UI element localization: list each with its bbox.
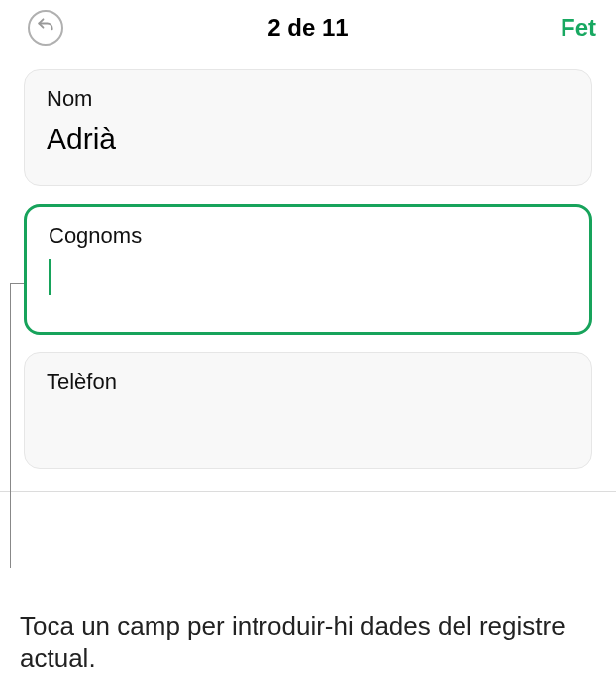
field-label: Nom bbox=[47, 86, 569, 112]
divider bbox=[0, 491, 616, 492]
field-value[interactable] bbox=[47, 405, 569, 441]
callout-tick bbox=[10, 283, 24, 284]
page-counter: 2 de 11 bbox=[267, 14, 348, 42]
undo-icon bbox=[36, 16, 55, 40]
callout-line bbox=[10, 283, 11, 568]
field-telefon[interactable]: Telèfon bbox=[24, 352, 592, 469]
text-cursor bbox=[49, 259, 51, 295]
back-button[interactable] bbox=[28, 10, 63, 46]
header: 2 de 11 Fet bbox=[0, 0, 616, 59]
field-label: Telèfon bbox=[47, 369, 569, 395]
field-cognoms[interactable]: Cognoms bbox=[24, 204, 592, 335]
field-value[interactable] bbox=[49, 258, 567, 295]
form-fields: Nom Adrià Cognoms Telèfon bbox=[0, 59, 616, 469]
done-button[interactable]: Fet bbox=[561, 14, 596, 42]
field-nom[interactable]: Nom Adrià bbox=[24, 69, 592, 186]
annotation-text: Toca un camp per introduir-hi dades del … bbox=[20, 610, 616, 674]
field-label: Cognoms bbox=[49, 223, 567, 249]
field-value[interactable]: Adrià bbox=[47, 122, 569, 157]
